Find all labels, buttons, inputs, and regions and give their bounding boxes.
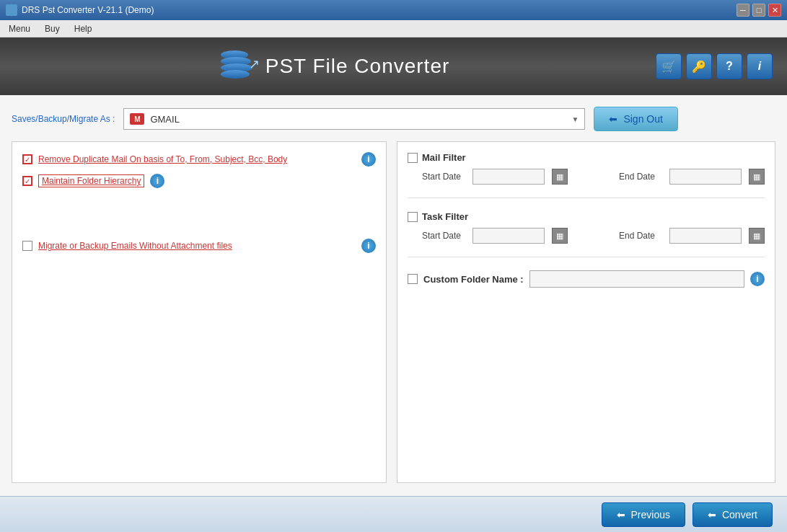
mail-end-date-input[interactable] [669, 169, 742, 185]
task-filter-title-row: Task Filter [408, 211, 765, 222]
close-button[interactable]: ✕ [768, 4, 781, 17]
maintain-folder-info-button[interactable]: i [150, 174, 164, 188]
help-icon-button[interactable]: ? [716, 53, 742, 79]
title-bar: DRS Pst Converter V-21.1 (Demo) ─ □ ✕ [0, 0, 787, 20]
logo-icon: ↗ [221, 50, 257, 83]
app-title: PST File Converter [265, 55, 450, 78]
convert-icon: ⬅ [708, 509, 716, 520]
maintain-folder-checkbox[interactable] [22, 176, 32, 186]
mail-filter-date-row: Start Date ▦ End Date ▦ [408, 169, 765, 185]
convert-label: Convert [722, 509, 757, 520]
custom-folder-row: Custom Folder Name : i [408, 270, 765, 288]
task-filter-section: Task Filter Start Date ▦ End Date ▦ [408, 211, 765, 244]
menu-item-help[interactable]: Help [71, 22, 95, 35]
mail-start-date-label: Start Date [422, 172, 465, 182]
mail-end-date-picker-button[interactable]: ▦ [749, 169, 765, 185]
remove-duplicate-checkbox[interactable] [22, 154, 32, 164]
task-filter-checkbox[interactable] [408, 212, 418, 222]
mail-start-date-input[interactable] [472, 169, 545, 185]
task-end-date-input[interactable] [669, 228, 742, 244]
header-left: ↗ PST File Converter [14, 50, 656, 83]
custom-folder-label: Custom Folder Name : [423, 274, 524, 285]
task-start-date-input[interactable] [472, 228, 545, 244]
app-icon [6, 4, 17, 16]
mail-start-date-picker-button[interactable]: ▦ [552, 169, 568, 185]
option-row-maintain-folder: Maintain Folder Hierarchy i [22, 174, 376, 188]
saves-row: Saves/Backup/Migrate As : M GMAIL ▼ ⬅ Si… [12, 107, 775, 131]
sign-out-label: Sign Out [623, 113, 662, 125]
logo-arrow-icon: ↗ [249, 56, 260, 72]
previous-icon: ⬅ [617, 509, 625, 520]
divider-1 [408, 198, 765, 198]
task-end-date-picker-button[interactable]: ▦ [749, 228, 765, 244]
menu-item-buy[interactable]: Buy [42, 22, 63, 35]
key-icon-button[interactable]: 🔑 [686, 53, 712, 79]
cart-icon-button[interactable]: 🛒 [656, 53, 682, 79]
title-bar-text: DRS Pst Converter V-21.1 (Demo) [22, 5, 154, 15]
saves-label: Saves/Backup/Migrate As : [12, 114, 115, 124]
custom-folder-info-button[interactable]: i [750, 272, 765, 286]
task-filter-date-row: Start Date ▦ End Date ▦ [408, 228, 765, 244]
migrate-backup-label: Migrate or Backup Emails Without Attachm… [38, 241, 356, 251]
task-filter-title: Task Filter [422, 211, 468, 222]
maximize-button[interactable]: □ [752, 4, 765, 17]
task-end-date-label: End Date [619, 231, 662, 241]
info-icon-button[interactable]: i [747, 53, 773, 79]
mail-filter-section: Mail Filter Start Date ▦ End Date ▦ [408, 152, 765, 185]
mail-end-date-group: End Date ▦ [575, 169, 765, 185]
main-content: Saves/Backup/Migrate As : M GMAIL ▼ ⬅ Si… [0, 95, 787, 496]
remove-duplicate-info-button[interactable]: i [361, 152, 376, 167]
header-icons: 🛒 🔑 ? i [656, 53, 773, 79]
divider-2 [408, 257, 765, 257]
custom-folder-input[interactable] [529, 270, 744, 288]
title-bar-controls: ─ □ ✕ [737, 4, 781, 17]
task-end-date-group: End Date ▦ [575, 228, 765, 244]
left-panel: Remove Duplicate Mail On basis of To, Fr… [12, 141, 387, 483]
header-logo: ↗ PST File Converter [221, 50, 450, 83]
gmail-text: GMAIL [150, 114, 566, 125]
convert-button[interactable]: ⬅ Convert [693, 502, 773, 527]
app-header: ↗ PST File Converter 🛒 🔑 ? i [0, 37, 787, 95]
menu-bar: Menu Buy Help [0, 20, 787, 37]
task-start-date-picker-button[interactable]: ▦ [552, 228, 568, 244]
remove-duplicate-label: Remove Duplicate Mail On basis of To, Fr… [38, 154, 356, 164]
previous-label: Previous [631, 509, 670, 520]
mail-filter-title-row: Mail Filter [408, 152, 765, 163]
mail-filter-title: Mail Filter [422, 152, 466, 163]
mail-end-date-label: End Date [619, 172, 662, 182]
mail-filter-checkbox[interactable] [408, 153, 418, 163]
minimize-button[interactable]: ─ [737, 4, 749, 17]
migrate-backup-checkbox[interactable] [22, 241, 32, 251]
option-row-migrate-backup: Migrate or Backup Emails Without Attachm… [22, 239, 376, 253]
sign-out-arrow-icon: ⬅ [609, 113, 617, 125]
migrate-backup-info-button[interactable]: i [361, 239, 376, 253]
option-row-remove-duplicate: Remove Duplicate Mail On basis of To, Fr… [22, 152, 376, 167]
custom-folder-checkbox[interactable] [408, 274, 418, 284]
previous-button[interactable]: ⬅ Previous [602, 502, 685, 527]
title-bar-left: DRS Pst Converter V-21.1 (Demo) [6, 4, 154, 16]
right-panel: Mail Filter Start Date ▦ End Date ▦ [397, 141, 775, 483]
gmail-icon: M [130, 113, 144, 125]
task-start-date-label: Start Date [422, 231, 465, 241]
gmail-dropdown[interactable]: M GMAIL ▼ [123, 108, 585, 130]
panels-container: Remove Duplicate Mail On basis of To, Fr… [12, 141, 775, 483]
sign-out-button[interactable]: ⬅ Sign Out [594, 107, 677, 131]
bottom-bar: ⬅ Previous ⬅ Convert [0, 496, 787, 532]
maintain-folder-label: Maintain Folder Hierarchy [38, 174, 144, 187]
dropdown-arrow-icon: ▼ [572, 115, 579, 123]
menu-item-menu[interactable]: Menu [6, 22, 33, 35]
